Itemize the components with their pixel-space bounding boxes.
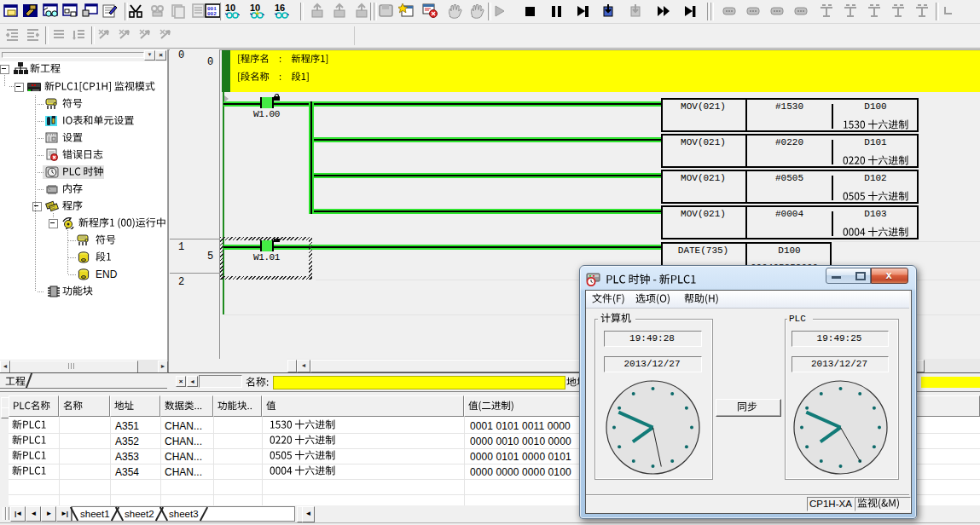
svg-text:002: 002 [207,11,217,17]
svg-text:10: 10 [225,3,235,13]
svg-text:16: 16 [275,3,285,13]
svg-text:+: + [255,9,260,18]
